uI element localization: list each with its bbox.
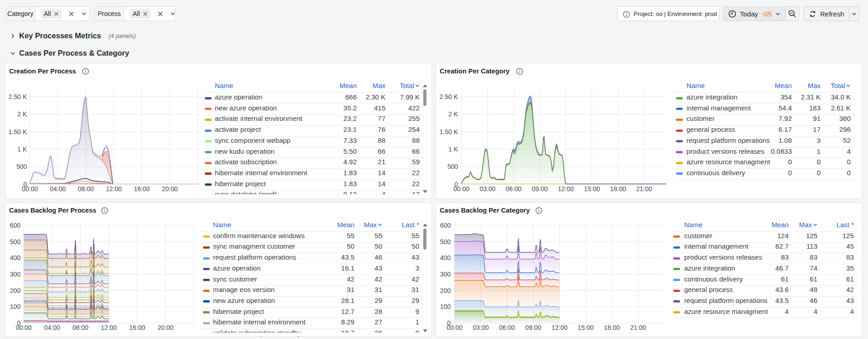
svg-text:200: 200	[10, 287, 21, 294]
svg-text:00:00: 00:00	[22, 185, 38, 193]
svg-text:06:00: 06:00	[499, 324, 515, 331]
svg-text:08:00: 08:00	[73, 324, 88, 331]
svg-text:20:00: 20:00	[162, 185, 178, 193]
svg-text:2.50 K: 2.50 K	[9, 93, 27, 100]
svg-text:09:00: 09:00	[532, 185, 548, 193]
svg-text:1.50 K: 1.50 K	[440, 128, 458, 136]
svg-text:04:00: 04:00	[44, 324, 60, 331]
svg-text:500: 500	[10, 238, 21, 245]
svg-text:21:00: 21:00	[630, 324, 646, 331]
svg-text:1.50 K: 1.50 K	[9, 128, 27, 136]
svg-text:300: 300	[10, 271, 21, 278]
svg-text:2 K: 2 K	[17, 110, 27, 118]
svg-text:200: 200	[440, 287, 451, 294]
svg-text:00:00: 00:00	[453, 185, 469, 193]
svg-text:1 K: 1 K	[17, 146, 27, 153]
svg-text:500: 500	[447, 163, 458, 170]
svg-text:12:00: 12:00	[551, 324, 567, 331]
svg-text:12:00: 12:00	[101, 324, 117, 331]
svg-text:1 K: 1 K	[448, 146, 458, 153]
svg-text:15:00: 15:00	[577, 324, 593, 331]
svg-text:16:00: 16:00	[134, 185, 150, 193]
svg-text:04:00: 04:00	[50, 185, 66, 193]
svg-text:18:00: 18:00	[604, 324, 620, 331]
svg-text:12:00: 12:00	[106, 185, 122, 193]
svg-text:2.50 K: 2.50 K	[440, 93, 458, 100]
svg-text:600: 600	[440, 222, 451, 229]
svg-text:2 K: 2 K	[448, 110, 458, 118]
svg-text:21:00: 21:00	[636, 185, 652, 193]
svg-text:500: 500	[16, 163, 27, 170]
svg-text:300: 300	[440, 271, 451, 278]
svg-text:03:00: 03:00	[473, 324, 489, 331]
svg-text:03:00: 03:00	[479, 185, 495, 193]
svg-text:00:00: 00:00	[447, 324, 463, 331]
svg-text:06:00: 06:00	[506, 185, 522, 193]
svg-text:00:00: 00:00	[16, 324, 31, 331]
svg-text:500: 500	[440, 238, 451, 245]
svg-text:400: 400	[10, 254, 21, 261]
svg-text:16:00: 16:00	[129, 324, 145, 331]
svg-text:100: 100	[440, 303, 451, 310]
svg-text:12:00: 12:00	[558, 185, 574, 193]
svg-text:100: 100	[10, 303, 21, 310]
svg-text:18:00: 18:00	[610, 185, 626, 193]
svg-text:600: 600	[10, 222, 21, 229]
svg-text:400: 400	[440, 254, 451, 261]
svg-text:15:00: 15:00	[584, 185, 600, 193]
svg-text:08:00: 08:00	[78, 185, 94, 193]
svg-text:09:00: 09:00	[525, 324, 541, 331]
svg-text:20:00: 20:00	[157, 324, 173, 331]
